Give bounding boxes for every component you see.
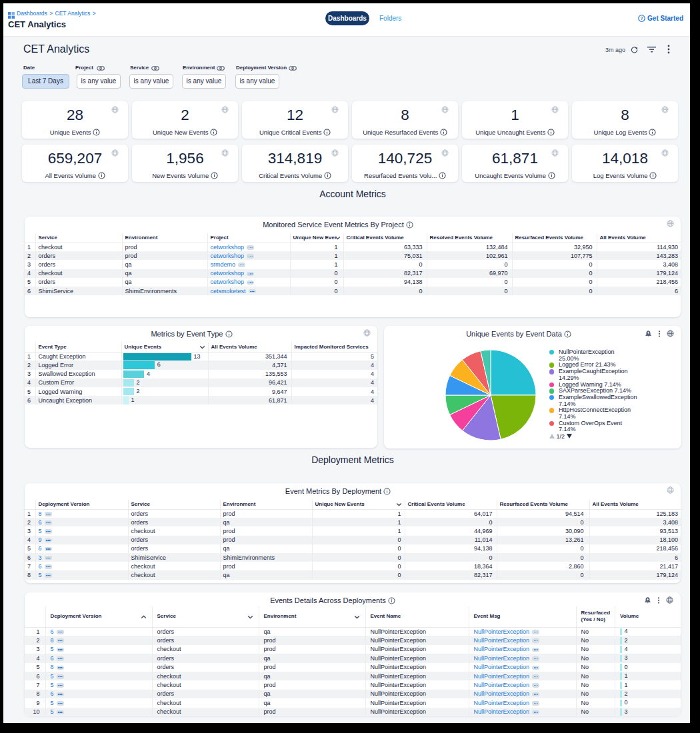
svg-text:?: ? — [641, 16, 643, 21]
